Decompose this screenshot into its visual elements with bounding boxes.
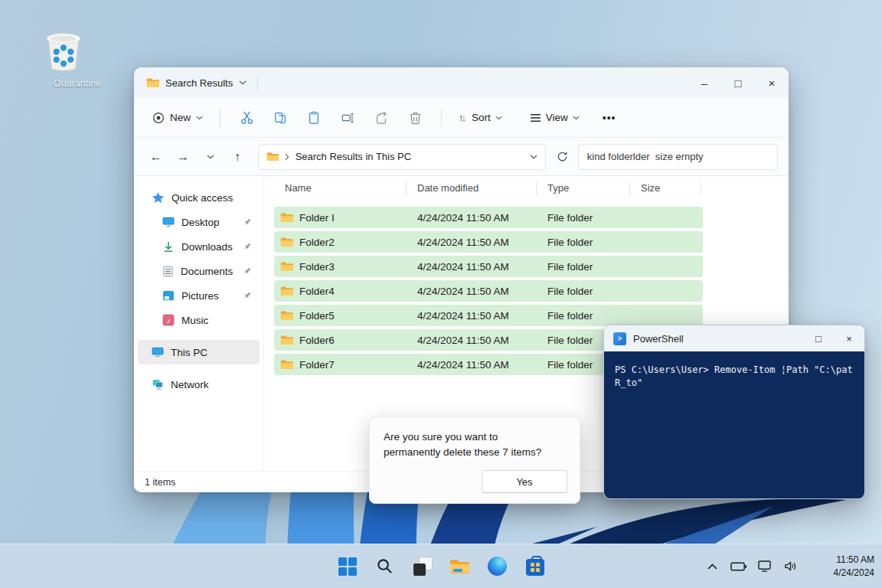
delete-confirmation-dialog: Are you sure you want to permanently del… <box>369 416 580 504</box>
maximize-button[interactable]: □ <box>721 67 755 98</box>
sidebar-item-network[interactable]: Network <box>138 372 260 397</box>
file-name: Folder I <box>299 212 335 224</box>
store-button[interactable] <box>520 551 550 582</box>
file-name: Folder7 <box>299 359 335 371</box>
view-button[interactable]: View <box>522 107 587 128</box>
file-row[interactable]: Folder I 4/24/2024 11:50 AM File folder <box>274 207 703 228</box>
file-type: File folder <box>537 310 630 322</box>
file-row[interactable]: Folder5 4/24/2024 11:50 AM File folder <box>274 305 703 326</box>
column-header-size[interactable]: Size <box>630 181 701 196</box>
network-indicator[interactable] <box>755 556 773 577</box>
store-icon <box>526 559 544 576</box>
close-button[interactable]: × <box>834 325 864 351</box>
item-count: 1 items <box>145 477 175 488</box>
refresh-button[interactable] <box>550 145 573 169</box>
cut-button[interactable] <box>230 104 263 132</box>
terminal-area[interactable]: PS C:\Users\User> Remove-Itom ¦Path "C:\… <box>604 351 864 498</box>
sidebar-item-downloads[interactable]: Downloads <box>138 234 260 259</box>
column-header-type[interactable]: Type <box>537 181 630 196</box>
sidebar-item-desktop[interactable]: Desktop <box>138 210 260 234</box>
sidebar-item-this-pc[interactable]: This PC <box>138 340 260 364</box>
battery-indicator[interactable] <box>729 556 747 577</box>
file-date: 4/24/2024 11:50 AM <box>407 335 537 346</box>
download-icon <box>162 241 175 253</box>
tray-overflow-button[interactable] <box>703 556 721 577</box>
document-icon <box>162 266 174 277</box>
search-icon <box>376 557 394 575</box>
chevron-down-icon <box>196 116 203 120</box>
search-box[interactable] <box>578 144 778 170</box>
terminal-text: PS C:\Users\User> Remove-Itom ¦Path "C:\… <box>615 364 858 390</box>
rename-button[interactable] <box>331 104 364 132</box>
explorer-tab-search-results[interactable]: Search Results <box>134 67 257 98</box>
tab-title: Search Results <box>165 77 233 89</box>
file-type: File folder <box>537 237 630 248</box>
back-button[interactable]: ← <box>145 145 167 169</box>
sidebar-item-label: Downloads <box>181 241 233 253</box>
explorer-toolbar: New <box>134 98 789 138</box>
column-header-date-modified[interactable]: Date modified <box>407 181 537 196</box>
address-text: Search Results in This PC <box>296 151 524 162</box>
sidebar-item-documents[interactable]: Documents <box>138 259 260 283</box>
battery-icon <box>730 562 746 571</box>
task-view-button[interactable] <box>407 551 438 582</box>
folder-icon <box>280 237 293 247</box>
taskbar-clock[interactable]: 11:50 AM 4/24/2024 <box>834 554 874 580</box>
rename-icon <box>341 111 355 125</box>
file-row[interactable]: Folder4 4/24/2024 11:50 AM File folder <box>274 280 703 302</box>
sort-button[interactable]: ↑↓ Sort <box>451 107 510 128</box>
new-button-label: New <box>170 112 191 123</box>
close-button[interactable]: × <box>755 67 789 98</box>
file-type: File folder <box>537 212 630 224</box>
chevron-down-icon <box>573 116 580 120</box>
file-name: Folder2 <box>299 237 335 248</box>
minimize-button[interactable]: – <box>688 67 721 98</box>
file-explorer-button[interactable] <box>445 551 475 582</box>
file-name: Folder4 <box>299 286 335 297</box>
folder-icon <box>280 359 293 370</box>
sidebar-item-label: Pictures <box>181 290 219 302</box>
search-button[interactable] <box>370 551 400 582</box>
recycle-bin-label: Ouarantine <box>40 78 115 89</box>
star-icon <box>152 191 165 204</box>
tab-divider <box>257 76 258 90</box>
powershell-icon: > <box>613 332 626 345</box>
share-button[interactable] <box>364 104 398 132</box>
copy-button[interactable] <box>263 104 297 132</box>
more-options-button[interactable]: ••• <box>595 107 624 129</box>
search-input[interactable] <box>587 151 769 162</box>
file-row[interactable]: Folder2 4/24/2024 11:50 AM File folder <box>274 231 703 253</box>
paste-button[interactable] <box>297 104 331 132</box>
computer-icon <box>152 347 164 358</box>
up-button[interactable]: ↑ <box>226 145 248 169</box>
sidebar-item-quick-access[interactable]: Quick access <box>138 185 260 210</box>
forward-button[interactable]: → <box>172 145 194 169</box>
chevron-down-icon <box>207 155 214 159</box>
edge-button[interactable] <box>482 551 513 582</box>
file-row[interactable]: Folder3 4/24/2024 11:50 AM File folder <box>274 256 703 277</box>
network-icon <box>152 379 164 390</box>
recycle-bin-shortcut[interactable]: Ouarantine <box>40 28 115 89</box>
file-type: File folder <box>537 261 630 273</box>
sidebar-item-label: Documents <box>181 266 233 277</box>
new-button[interactable]: New <box>145 107 211 129</box>
address-bar[interactable]: Search Results in This PC <box>258 144 547 170</box>
recent-locations-button[interactable] <box>199 145 221 169</box>
column-header-name[interactable]: Name <box>274 181 407 196</box>
column-headers: Name Date modified Type Size <box>274 176 703 201</box>
pin-icon <box>243 291 252 300</box>
folder-icon <box>146 77 159 88</box>
start-button[interactable] <box>332 551 363 582</box>
delete-button[interactable] <box>398 104 432 132</box>
edge-icon <box>488 557 507 576</box>
sidebar-item-label: Network <box>171 379 209 390</box>
yes-button[interactable]: Yes <box>482 470 567 493</box>
chevron-down-icon[interactable] <box>530 155 537 159</box>
view-label: View <box>546 112 568 123</box>
taskbar: 11:50 AM 4/24/2024 <box>0 544 882 588</box>
chevron-up-icon <box>707 564 717 570</box>
sidebar-item-music[interactable]: ♪ Music <box>138 308 260 332</box>
sidebar-item-pictures[interactable]: Pictures <box>138 283 260 308</box>
maximize-button[interactable]: □ <box>803 325 834 351</box>
volume-indicator[interactable] <box>781 556 799 577</box>
